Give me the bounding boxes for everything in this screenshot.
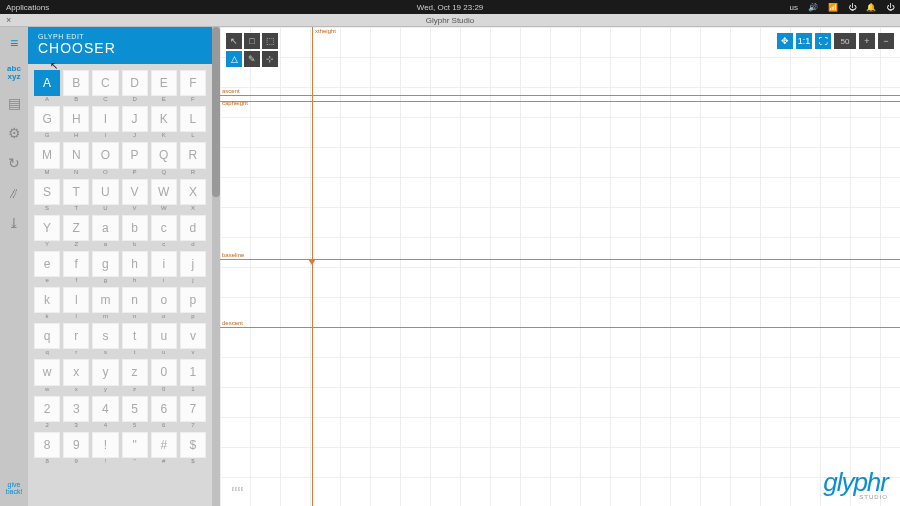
glyph-cell[interactable]: H (63, 106, 89, 132)
glyph-cell[interactable]: I (92, 106, 118, 132)
glyph-cell[interactable]: h (122, 251, 148, 277)
glyph-cell[interactable]: a (92, 215, 118, 241)
notifications-icon[interactable]: 🔔 (866, 3, 876, 12)
glyph-cell[interactable]: e (34, 251, 60, 277)
glyph-cell[interactable]: 8 (34, 432, 60, 458)
select-tool[interactable]: ⬚ (262, 33, 278, 49)
rect-tool[interactable]: □ (244, 33, 260, 49)
glyph-cell[interactable]: g (92, 251, 118, 277)
glyph-cell[interactable]: P (122, 142, 148, 168)
zoom-1to1-button[interactable]: 1:1 (796, 33, 812, 49)
glyph-cell[interactable]: s (92, 323, 118, 349)
glyph-cell[interactable]: u (151, 323, 177, 349)
glyph-cell[interactable]: D (122, 70, 148, 96)
power-icon[interactable]: ⏻ (886, 3, 894, 12)
glyph-cell[interactable]: T (63, 179, 89, 205)
glyphs-icon[interactable]: abcxyz (4, 63, 24, 83)
glyph-cell[interactable]: z (122, 359, 148, 385)
glyph-cell[interactable]: X (180, 179, 206, 205)
glyph-cell[interactable]: ! (92, 432, 118, 458)
glyph-cell[interactable]: i (151, 251, 177, 277)
export-icon[interactable]: ⤓ (4, 213, 24, 233)
glyph-cell[interactable]: O (92, 142, 118, 168)
history-icon[interactable]: ↻ (4, 153, 24, 173)
node-tool[interactable]: ⊹ (262, 51, 278, 67)
glyph-cell[interactable]: L (180, 106, 206, 132)
pen-tool[interactable]: ✎ (244, 51, 260, 67)
keyboard-indicator[interactable]: us (790, 3, 798, 12)
glyph-cell[interactable]: d (180, 215, 206, 241)
glyph-cell[interactable]: J (122, 106, 148, 132)
window-close-button[interactable]: × (6, 15, 11, 25)
glyph-cell[interactable]: j (180, 251, 206, 277)
glyph-cell[interactable]: C (92, 70, 118, 96)
glyph-cell[interactable]: Q (151, 142, 177, 168)
glyph-label: K (151, 132, 177, 138)
glyph-cell[interactable]: " (122, 432, 148, 458)
glyph-cell[interactable]: 4 (92, 396, 118, 422)
battery-icon[interactable]: ⏻ (848, 3, 856, 12)
glyph-cell[interactable]: 2 (34, 396, 60, 422)
glyph-cell[interactable]: l (63, 287, 89, 313)
glyph-cell[interactable]: t (122, 323, 148, 349)
glyph-cell[interactable]: b (122, 215, 148, 241)
glyph-cell[interactable]: # (151, 432, 177, 458)
glyph-cell[interactable]: R (180, 142, 206, 168)
glyph-cell[interactable]: V (122, 179, 148, 205)
glyph-cell[interactable]: $ (180, 432, 206, 458)
glyph-cell[interactable]: q (34, 323, 60, 349)
glyph-cell[interactable]: y (92, 359, 118, 385)
glyph-cell[interactable]: 7 (180, 396, 206, 422)
glyph-cell[interactable]: 1 (180, 359, 206, 385)
glyph-cell[interactable]: G (34, 106, 60, 132)
zoom-in-button[interactable]: + (859, 33, 875, 49)
glyph-cell[interactable]: B (63, 70, 89, 96)
glyph-cell[interactable]: N (63, 142, 89, 168)
layers-icon[interactable]: ▤ (4, 93, 24, 113)
glyph-cell[interactable]: o (151, 287, 177, 313)
zoom-fit-button[interactable]: ⛶ (815, 33, 831, 49)
settings-icon[interactable]: ⚙ (4, 123, 24, 143)
shape-tool[interactable]: △ (226, 51, 242, 67)
pointer-tool[interactable]: ↖ (226, 33, 242, 49)
glyph-cell[interactable]: M (34, 142, 60, 168)
glyph-cell[interactable]: c (151, 215, 177, 241)
glyph-cell[interactable]: v (180, 323, 206, 349)
zoom-out-button[interactable]: − (878, 33, 894, 49)
glyph-cell[interactable]: Y (34, 215, 60, 241)
glyph-cell[interactable]: r (63, 323, 89, 349)
glyph-cell[interactable]: x (63, 359, 89, 385)
glyph-cell[interactable]: 5 (122, 396, 148, 422)
glyph-cell[interactable]: 0 (151, 359, 177, 385)
network-icon[interactable]: 📶 (828, 3, 838, 12)
chooser-title: CHOOSER (38, 40, 202, 56)
glyph-cell[interactable]: K (151, 106, 177, 132)
chooser-scrollbar[interactable] (212, 27, 220, 506)
glyph-cell[interactable]: U (92, 179, 118, 205)
glyph-cell[interactable]: w (34, 359, 60, 385)
glyph-label: M (34, 169, 60, 175)
chooser-body[interactable]: ABCDEFABCDEFGHIJKLGHIJKLMNOPQRMNOPQRSTUV… (28, 64, 212, 506)
glyph-cell[interactable]: n (122, 287, 148, 313)
volume-icon[interactable]: 🔊 (808, 3, 818, 12)
pan-tool[interactable]: ✥ (777, 33, 793, 49)
give-back-link[interactable]: giveback! (6, 481, 23, 496)
glyph-cell[interactable]: m (92, 287, 118, 313)
guides-icon[interactable]: ⫽ (4, 183, 24, 203)
glyph-cell[interactable]: E (151, 70, 177, 96)
applications-menu[interactable]: Applications (6, 3, 49, 12)
glyph-cell[interactable]: Z (63, 215, 89, 241)
chooser-scrollbar-thumb[interactable] (212, 27, 220, 197)
glyph-cell[interactable]: 3 (63, 396, 89, 422)
glyph-cell[interactable]: S (34, 179, 60, 205)
glyph-cell[interactable]: A (34, 70, 60, 96)
glyph-cell[interactable]: W (151, 179, 177, 205)
glyph-cell[interactable]: 9 (63, 432, 89, 458)
glyph-cell[interactable]: k (34, 287, 60, 313)
glyph-cell[interactable]: f (63, 251, 89, 277)
edit-canvas[interactable]: xtheight ascent capheight baseline desce… (220, 27, 900, 506)
glyph-cell[interactable]: F (180, 70, 206, 96)
glyph-cell[interactable]: p (180, 287, 206, 313)
glyph-cell[interactable]: 6 (151, 396, 177, 422)
hamburger-icon[interactable]: ≡ (4, 33, 24, 53)
